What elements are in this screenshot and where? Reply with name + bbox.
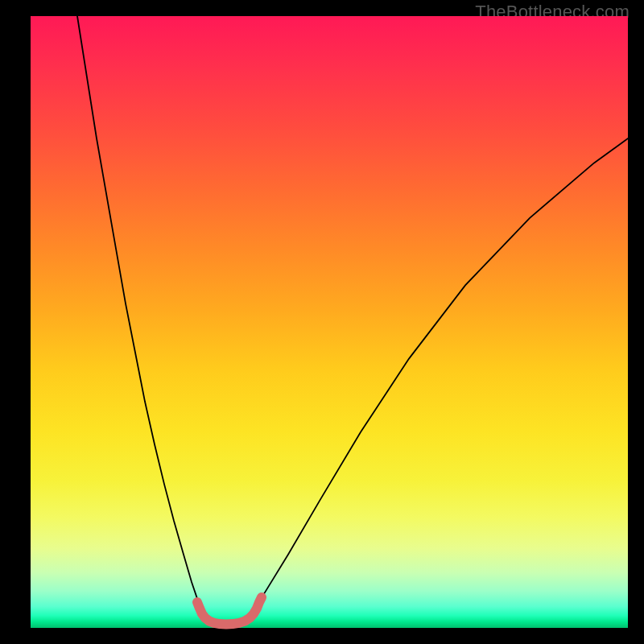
plot-area <box>31 16 628 628</box>
valley-marker <box>197 597 262 624</box>
curve-left <box>77 16 204 612</box>
chart-frame: TheBottleneck.com <box>0 0 644 644</box>
curve-right <box>253 138 628 612</box>
curve-svg <box>31 16 628 628</box>
